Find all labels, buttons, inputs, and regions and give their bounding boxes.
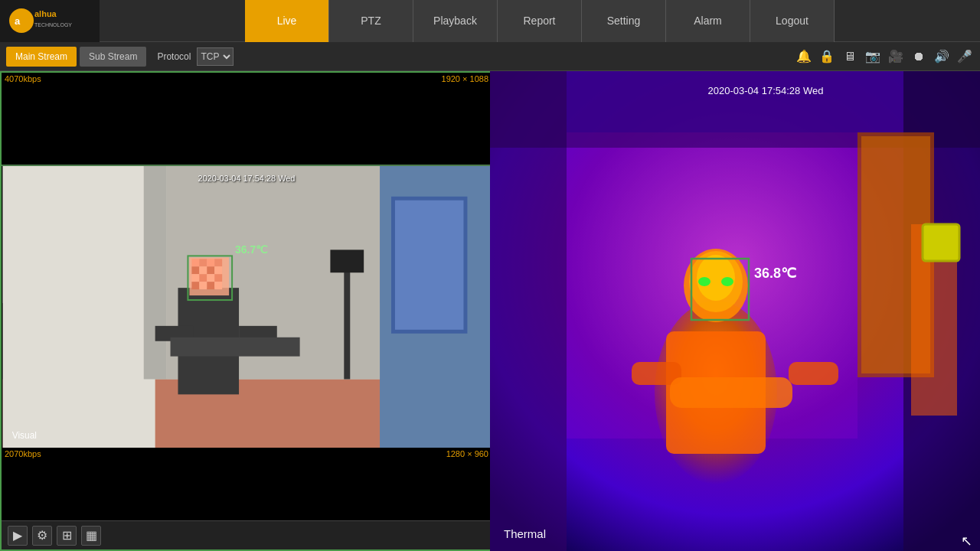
svg-rect-18 — [199, 259, 207, 266]
svg-rect-31 — [207, 282, 214, 289]
left-top-bar: 4070kbps 1920 × 1088 — [2, 73, 492, 165]
sub-stream-button[interactable]: Sub Stream — [80, 47, 146, 67]
svg-rect-42 — [490, 71, 567, 551]
svg-text:2020-03-04 17:54:28 Wed: 2020-03-04 17:54:28 Wed — [198, 174, 296, 183]
svg-rect-24 — [214, 266, 222, 274]
svg-point-53 — [698, 277, 710, 286]
record-icon[interactable]: ⏺ — [910, 47, 928, 66]
svg-rect-13 — [344, 257, 350, 379]
svg-rect-17 — [191, 259, 199, 266]
mic-icon[interactable]: 🎤 — [956, 47, 974, 66]
svg-rect-57 — [789, 362, 838, 385]
svg-text:Visual: Visual — [12, 430, 37, 441]
header: a alhua TECHNOLOGY Live PTZ Playback Rep… — [0, 0, 980, 42]
nav-playback[interactable]: Playback — [413, 0, 498, 42]
left-bottom-resolution: 1280 × 960 — [446, 449, 488, 458]
bell-icon[interactable]: 🔔 — [795, 47, 813, 66]
left-top-resolution: 1920 × 1088 — [442, 74, 488, 83]
nav-live[interactable]: Live — [245, 0, 329, 42]
svg-text:Thermal: Thermal — [504, 527, 546, 540]
nav-ptz[interactable]: PTZ — [329, 0, 413, 42]
nav-setting[interactable]: Setting — [582, 0, 666, 42]
svg-rect-32 — [214, 282, 222, 289]
svg-rect-14 — [330, 249, 364, 272]
svg-rect-23 — [207, 266, 214, 274]
left-bottom-bar: 2070kbps 1280 × 960 — [2, 448, 492, 520]
svg-point-54 — [721, 277, 733, 286]
svg-text:TECHNOLOGY: TECHNOLOGY — [34, 22, 72, 28]
left-panel: 4070kbps 1920 × 1088 — [0, 71, 490, 551]
svg-rect-35 — [171, 337, 300, 357]
svg-rect-12 — [395, 201, 464, 330]
thermal-scene: 36.8℃ 2020-03-04 17:54:28 Wed Thermal ↖ — [490, 71, 980, 551]
toolbar-icons: 🔔 🔒 🖥 📷 🎥 ⏺ 🔊 🎤 — [795, 47, 974, 66]
svg-rect-8 — [144, 166, 167, 379]
logo: a alhua TECHNOLOGY — [0, 0, 100, 42]
speaker-icon[interactable]: 🔊 — [933, 47, 951, 66]
main-stream-button[interactable]: Main Stream — [6, 47, 77, 67]
nav-bar: Live PTZ Playback Report Setting Alarm L… — [100, 0, 980, 42]
protocol-label: Protocol — [157, 51, 191, 62]
nav-logout[interactable]: Logout — [750, 0, 835, 42]
left-top-bitrate: 4070kbps — [5, 74, 41, 83]
svg-rect-30 — [199, 282, 207, 289]
svg-rect-21 — [191, 266, 199, 274]
play-icon[interactable]: ▶ — [8, 526, 28, 546]
svg-text:↖: ↖ — [961, 533, 972, 549]
svg-text:a: a — [15, 15, 21, 27]
svg-rect-26 — [199, 274, 207, 282]
toolbar: Main Stream Sub Stream Protocol TCP UDP … — [0, 42, 980, 71]
nav-alarm[interactable]: Alarm — [666, 0, 750, 42]
svg-point-0 — [9, 8, 34, 33]
svg-rect-20 — [214, 259, 222, 266]
monitor-icon[interactable]: 🖥 — [841, 47, 859, 66]
svg-text:2020-03-04 17:54:28 Wed: 2020-03-04 17:54:28 Wed — [708, 85, 824, 96]
svg-rect-29 — [191, 282, 199, 289]
svg-text:alhua: alhua — [34, 9, 57, 18]
svg-rect-63 — [923, 224, 959, 261]
video-icon[interactable]: 🎥 — [887, 47, 905, 66]
right-panel[interactable]: 36.8℃ 2020-03-04 17:54:28 Wed Thermal ↖ — [490, 71, 980, 551]
svg-rect-19 — [207, 259, 214, 266]
settings-icon[interactable]: ⚙ — [32, 526, 52, 546]
brand-logo: a alhua TECHNOLOGY — [8, 5, 92, 36]
chart-icon[interactable]: ▦ — [81, 526, 101, 546]
left-video-feed[interactable]: 36.7℃ 2020-03-04 17:54:28 Wed Visual — [2, 165, 492, 448]
svg-text:36.7℃: 36.7℃ — [235, 243, 268, 256]
svg-rect-27 — [207, 274, 214, 282]
svg-rect-28 — [214, 274, 222, 282]
left-bottom-bitrate: 2070kbps — [5, 449, 41, 458]
main-content: 4070kbps 1920 × 1088 — [0, 71, 980, 551]
svg-rect-46 — [567, 71, 903, 132]
lock-icon[interactable]: 🔒 — [818, 47, 836, 66]
svg-rect-22 — [199, 266, 207, 274]
protocol-select[interactable]: TCP UDP RTP — [197, 47, 234, 66]
svg-rect-7 — [3, 166, 155, 448]
bottom-controls: ▶ ⚙ ⊞ ▦ — [2, 520, 492, 549]
svg-rect-25 — [191, 274, 199, 282]
svg-rect-58 — [670, 377, 792, 408]
nav-report[interactable]: Report — [498, 0, 582, 42]
grid-icon[interactable]: ⊞ — [57, 526, 77, 546]
svg-text:36.8℃: 36.8℃ — [754, 266, 796, 281]
visual-scene: 36.7℃ 2020-03-04 17:54:28 Wed Visual — [2, 166, 492, 448]
camera-icon[interactable]: 📷 — [864, 47, 882, 66]
